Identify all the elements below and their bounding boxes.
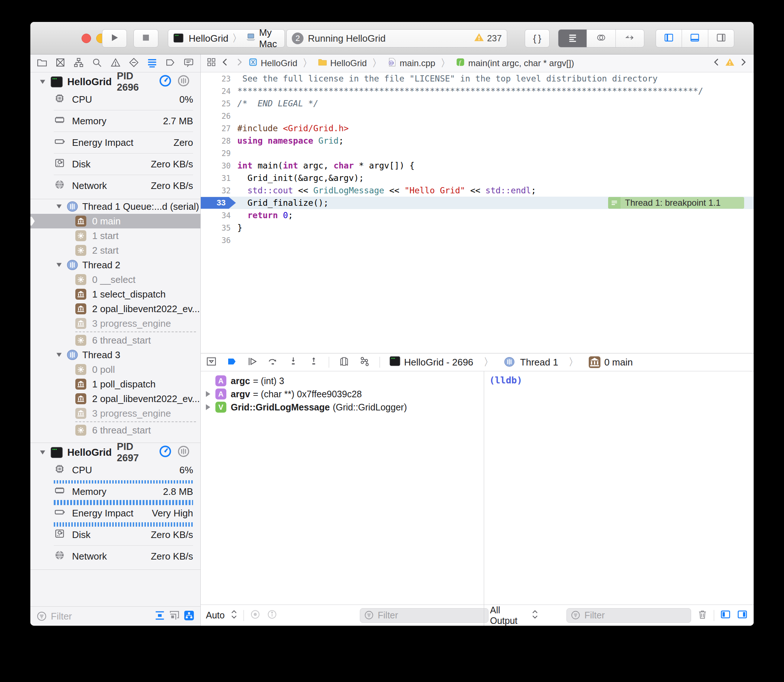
hide-debug-area-icon[interactable]: [206, 356, 217, 368]
navigator-toggle-button[interactable]: [656, 30, 682, 47]
nav-tab-test[interactable]: [126, 56, 141, 70]
code-line[interactable]: 26: [201, 110, 754, 122]
nav-tab-debug[interactable]: [145, 56, 160, 70]
thread-view-button[interactable]: [177, 74, 190, 90]
clear-console-icon[interactable]: [697, 609, 708, 622]
stat-row-energy-impact[interactable]: Energy ImpactZero: [30, 134, 200, 151]
stat-row-network[interactable]: NetworkZero KB/s: [30, 178, 200, 194]
disclosure-triangle-icon[interactable]: [206, 391, 210, 397]
activity-view[interactable]: 2 Running HelloGrid 237: [286, 29, 507, 48]
breadcrumb-file[interactable]: C+ main.cpp: [387, 57, 435, 69]
step-out-icon[interactable]: [308, 356, 319, 368]
standard-editor-button[interactable]: [558, 30, 586, 47]
stack-frame-row[interactable]: 3 progress_engine: [30, 316, 200, 331]
thread-row[interactable]: Thread 1 Queue:...d (serial): [30, 199, 200, 214]
stop-button[interactable]: [134, 29, 158, 48]
variables-view[interactable]: Aargc = (int) 3Aargv = (char **) 0x7ffee…: [201, 371, 484, 605]
console-view[interactable]: (lldb): [484, 371, 754, 605]
stack-frame-row[interactable]: 2 opal_libevent2022_ev...: [30, 392, 200, 406]
filter-hierarchy-icon[interactable]: [184, 610, 195, 622]
disclosure-triangle-icon[interactable]: [206, 404, 210, 410]
console-scope-select[interactable]: All Output: [490, 605, 525, 626]
stack-frame-row[interactable]: 1 select_dispatch: [30, 287, 200, 301]
code-line[interactable]: 27#include <Grid/Grid.h>: [201, 122, 754, 134]
memory-graph-icon[interactable]: [359, 356, 370, 368]
nav-tab-report[interactable]: [181, 56, 196, 70]
disclosure-triangle-icon[interactable]: [40, 80, 45, 84]
stat-row-disk[interactable]: DiskZero KB/s: [30, 156, 200, 172]
code-line[interactable]: 25/* END LEGAL */: [201, 97, 754, 110]
variable-row[interactable]: Aargc = (int) 3: [201, 374, 484, 387]
code-line[interactable]: 36: [201, 234, 754, 246]
stack-frame-row[interactable]: 2 start: [30, 243, 200, 258]
breakpoints-enabled-icon[interactable]: [226, 356, 237, 368]
source-editor[interactable]: 23 See the full license in the file "LIC…: [201, 72, 754, 353]
disclosure-triangle-icon[interactable]: [57, 353, 62, 357]
navigator-filter-input[interactable]: Filter: [51, 611, 72, 622]
step-over-icon[interactable]: [267, 356, 278, 368]
next-issue-button[interactable]: [738, 57, 748, 69]
debug-thread-crumb[interactable]: Thread 1: [504, 356, 558, 368]
nav-tab-project[interactable]: [35, 56, 49, 70]
code-line[interactable]: 35}: [201, 221, 754, 234]
nav-tab-issue[interactable]: [108, 56, 123, 70]
breadcrumb-project[interactable]: HelloGrid: [248, 57, 297, 69]
assistant-editor-button[interactable]: [586, 30, 615, 47]
code-line[interactable]: 24**************************************…: [201, 85, 754, 97]
stat-row-cpu[interactable]: CPU0%: [30, 91, 200, 107]
debug-frame-crumb[interactable]: 0 main: [589, 356, 632, 368]
stat-row-energy-impact[interactable]: Energy ImpactVery High: [30, 505, 200, 521]
disclosure-triangle-icon[interactable]: [57, 205, 62, 209]
disclosure-triangle-icon[interactable]: [57, 263, 62, 267]
nav-tab-breakpoint[interactable]: [163, 56, 178, 70]
stack-frame-row[interactable]: 0 main: [30, 214, 200, 228]
stack-frame-row[interactable]: 6 thread_start: [30, 333, 200, 347]
inspector-toggle-button[interactable]: [708, 30, 734, 47]
scope-stepper-icon[interactable]: [230, 610, 238, 621]
code-line[interactable]: 32 std::cout << GridLogMessage << "Hello…: [201, 184, 754, 197]
variable-row[interactable]: Aargv = (char **) 0x7ffee9039c28: [201, 387, 484, 401]
stack-frame-row[interactable]: 3 progress_engine: [30, 406, 200, 421]
stack-frame-row[interactable]: 6 thread_start: [30, 423, 200, 438]
related-items-icon[interactable]: [207, 57, 216, 69]
stack-frame-row[interactable]: 1 poll_dispatch: [30, 377, 200, 392]
debug-process-crumb[interactable]: HelloGrid - 2696: [390, 355, 473, 369]
stat-row-memory[interactable]: Memory2.8 MB: [30, 484, 200, 500]
debug-area-toggle-button[interactable]: [682, 30, 707, 47]
version-editor-button[interactable]: [615, 30, 644, 47]
scope-stepper-icon[interactable]: [531, 610, 539, 621]
code-line[interactable]: 34 return 0;: [201, 209, 754, 221]
close-window-button[interactable]: [81, 33, 91, 43]
code-line[interactable]: 30int main(int argc, char * argv[]) {: [201, 159, 754, 172]
disclosure-triangle-icon[interactable]: [40, 451, 45, 455]
step-into-icon[interactable]: [288, 356, 299, 368]
breadcrumb-group[interactable]: HelloGrid: [318, 57, 367, 69]
code-line[interactable]: 33 Grid_finalize();33Thread 1: breakpoin…: [201, 197, 754, 209]
console-filter-field[interactable]: Filter: [567, 608, 691, 623]
filter-frames-icon[interactable]: [169, 610, 180, 622]
stack-frame-row[interactable]: 0 poll: [30, 362, 200, 377]
gauge-button[interactable]: [159, 445, 172, 461]
code-line[interactable]: 23 See the full license in the file "LIC…: [201, 72, 754, 85]
info-icon[interactable]: [267, 609, 278, 622]
nav-tab-symbol[interactable]: [71, 56, 86, 70]
view-hierarchy-icon[interactable]: [339, 356, 350, 368]
stat-row-network[interactable]: NetworkZero KB/s: [30, 548, 200, 564]
thread-row[interactable]: Thread 2: [30, 258, 200, 272]
run-button[interactable]: [102, 29, 127, 48]
stack-frame-row[interactable]: 0 __select: [30, 272, 200, 287]
breadcrumb-symbol[interactable]: f main(int argc, char * argv[]): [456, 57, 574, 69]
breakpoint-badge[interactable]: 33: [201, 197, 236, 209]
console-pane-toggle-icon[interactable]: [737, 609, 748, 622]
nav-tab-find[interactable]: [89, 56, 104, 70]
thread-row[interactable]: Thread 3: [30, 347, 200, 362]
code-review-button[interactable]: { }: [525, 29, 549, 48]
process-header[interactable]: HelloGridPID 2697: [30, 443, 200, 462]
forward-button[interactable]: [235, 57, 244, 69]
thread-view-button[interactable]: [177, 445, 190, 461]
code-line[interactable]: 28using namespace Grid;: [201, 134, 754, 147]
variables-filter-field[interactable]: Filter: [360, 608, 489, 623]
gauge-button[interactable]: [159, 74, 172, 90]
quick-look-icon[interactable]: [250, 609, 261, 622]
back-button[interactable]: [220, 57, 230, 69]
